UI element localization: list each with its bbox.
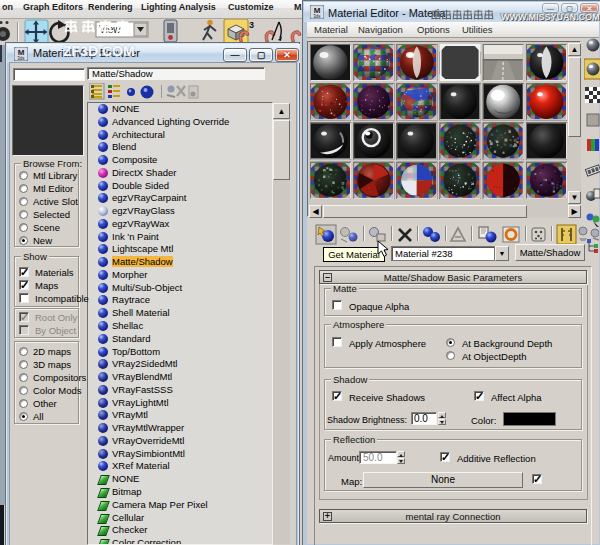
svg-text:3ds: 3ds [17, 56, 25, 61]
svg-text:3: 3 [249, 20, 254, 30]
svg-text:3ds: 3ds [313, 14, 321, 19]
